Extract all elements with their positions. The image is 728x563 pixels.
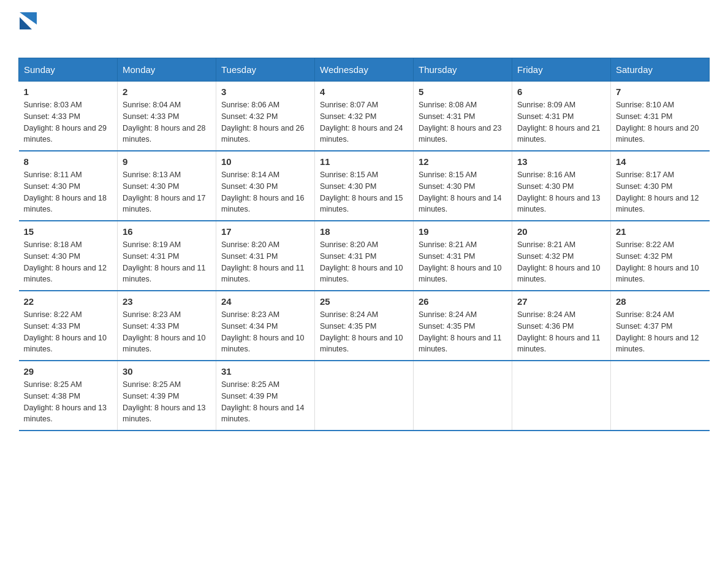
day-info: Sunrise: 8:22 AM Sunset: 4:32 PM Dayligh… [616, 239, 705, 285]
day-number: 16 [123, 226, 211, 237]
day-info: Sunrise: 8:23 AM Sunset: 4:33 PM Dayligh… [123, 309, 211, 355]
calendar-cell: 17 Sunrise: 8:20 AM Sunset: 4:31 PM Dayl… [216, 221, 315, 291]
sunset-label: Sunset: 4:30 PM [320, 182, 376, 191]
logo-triangle-icon [20, 12, 37, 29]
sunset-label: Sunset: 4:36 PM [517, 322, 574, 331]
calendar-cell: 3 Sunrise: 8:06 AM Sunset: 4:32 PM Dayli… [216, 82, 315, 151]
calendar-cell: 21 Sunrise: 8:22 AM Sunset: 4:32 PM Dayl… [611, 221, 710, 291]
calendar-cell: 14 Sunrise: 8:17 AM Sunset: 4:30 PM Dayl… [611, 151, 710, 221]
daylight-label: Daylight: 8 hours and 10 minutes. [123, 334, 206, 354]
daylight-label: Daylight: 8 hours and 10 minutes. [221, 334, 305, 354]
sunset-label: Sunset: 4:32 PM [320, 112, 376, 121]
day-info: Sunrise: 8:25 AM Sunset: 4:39 PM Dayligh… [221, 379, 309, 425]
daylight-label: Daylight: 8 hours and 12 minutes. [616, 194, 699, 214]
day-number: 23 [123, 296, 211, 307]
calendar-cell: 26 Sunrise: 8:24 AM Sunset: 4:35 PM Dayl… [414, 291, 512, 361]
calendar-cell: 27 Sunrise: 8:24 AM Sunset: 4:36 PM Dayl… [512, 291, 611, 361]
day-info: Sunrise: 8:08 AM Sunset: 4:31 PM Dayligh… [419, 99, 507, 145]
day-info: Sunrise: 8:09 AM Sunset: 4:31 PM Dayligh… [517, 99, 605, 145]
calendar-cell [414, 361, 512, 431]
daylight-label: Daylight: 8 hours and 20 minutes. [616, 124, 699, 144]
day-info: Sunrise: 8:21 AM Sunset: 4:32 PM Dayligh… [517, 239, 605, 285]
sunrise-label: Sunrise: 8:07 AM [320, 101, 378, 109]
sunrise-label: Sunrise: 8:23 AM [221, 310, 279, 319]
sunrise-label: Sunrise: 8:19 AM [123, 240, 181, 249]
day-number: 29 [24, 366, 113, 377]
sunrise-label: Sunrise: 8:09 AM [517, 101, 575, 109]
day-number: 26 [419, 296, 507, 307]
day-number: 5 [419, 86, 507, 97]
sunset-label: Sunset: 4:35 PM [419, 322, 475, 331]
sunrise-label: Sunrise: 8:17 AM [616, 170, 674, 179]
day-info: Sunrise: 8:07 AM Sunset: 4:32 PM Dayligh… [320, 99, 408, 145]
sunrise-label: Sunrise: 8:06 AM [221, 101, 279, 109]
sunrise-label: Sunrise: 8:24 AM [517, 310, 575, 319]
sunrise-label: Sunrise: 8:18 AM [24, 240, 82, 249]
calendar-cell [315, 361, 414, 431]
sunset-label: Sunset: 4:30 PM [419, 182, 475, 191]
day-number: 21 [616, 226, 705, 237]
sunset-label: Sunset: 4:32 PM [616, 252, 672, 261]
daylight-label: Daylight: 8 hours and 21 minutes. [517, 124, 601, 144]
sunrise-label: Sunrise: 8:24 AM [419, 310, 477, 319]
daylight-label: Daylight: 8 hours and 14 minutes. [221, 404, 305, 424]
day-number: 25 [320, 296, 408, 307]
day-info: Sunrise: 8:14 AM Sunset: 4:30 PM Dayligh… [221, 169, 309, 215]
sunset-label: Sunset: 4:30 PM [24, 252, 80, 261]
sunrise-label: Sunrise: 8:20 AM [320, 240, 378, 249]
header-day-thursday: Thursday [414, 58, 512, 82]
day-info: Sunrise: 8:24 AM Sunset: 4:35 PM Dayligh… [320, 309, 408, 355]
sunset-label: Sunset: 4:38 PM [24, 392, 80, 400]
day-info: Sunrise: 8:16 AM Sunset: 4:30 PM Dayligh… [517, 169, 605, 215]
day-number: 2 [123, 86, 211, 97]
day-number: 20 [517, 226, 605, 237]
daylight-label: Daylight: 8 hours and 12 minutes. [616, 334, 699, 354]
calendar-header-row: SundayMondayTuesdayWednesdayThursdayFrid… [19, 58, 710, 82]
day-number: 3 [221, 86, 309, 97]
sunset-label: Sunset: 4:32 PM [517, 252, 574, 261]
day-number: 1 [24, 86, 113, 97]
day-number: 7 [616, 86, 705, 97]
day-number: 9 [123, 156, 211, 167]
sunset-label: Sunset: 4:31 PM [517, 112, 574, 121]
daylight-label: Daylight: 8 hours and 14 minutes. [419, 194, 502, 214]
sunset-label: Sunset: 4:33 PM [123, 322, 179, 331]
calendar-cell: 19 Sunrise: 8:21 AM Sunset: 4:31 PM Dayl… [414, 221, 512, 291]
sunset-label: Sunset: 4:37 PM [616, 322, 672, 331]
daylight-label: Daylight: 8 hours and 15 minutes. [320, 194, 403, 214]
day-info: Sunrise: 8:21 AM Sunset: 4:31 PM Dayligh… [419, 239, 507, 285]
day-info: Sunrise: 8:19 AM Sunset: 4:31 PM Dayligh… [123, 239, 211, 285]
sunrise-label: Sunrise: 8:10 AM [616, 101, 674, 109]
calendar-cell: 15 Sunrise: 8:18 AM Sunset: 4:30 PM Dayl… [19, 221, 118, 291]
calendar-cell [512, 361, 611, 431]
sunset-label: Sunset: 4:33 PM [24, 112, 80, 121]
day-number: 6 [517, 86, 605, 97]
calendar-cell: 13 Sunrise: 8:16 AM Sunset: 4:30 PM Dayl… [512, 151, 611, 221]
daylight-label: Daylight: 8 hours and 11 minutes. [221, 264, 305, 284]
calendar-cell: 7 Sunrise: 8:10 AM Sunset: 4:31 PM Dayli… [611, 82, 710, 151]
calendar-cell: 18 Sunrise: 8:20 AM Sunset: 4:31 PM Dayl… [315, 221, 414, 291]
sunrise-label: Sunrise: 8:25 AM [221, 380, 279, 389]
calendar-cell: 11 Sunrise: 8:15 AM Sunset: 4:30 PM Dayl… [315, 151, 414, 221]
daylight-label: Daylight: 8 hours and 10 minutes. [517, 264, 601, 284]
sunrise-label: Sunrise: 8:13 AM [123, 170, 181, 179]
daylight-label: Daylight: 8 hours and 13 minutes. [123, 404, 206, 424]
day-number: 15 [24, 226, 113, 237]
calendar-cell: 12 Sunrise: 8:15 AM Sunset: 4:30 PM Dayl… [414, 151, 512, 221]
daylight-label: Daylight: 8 hours and 11 minutes. [517, 334, 601, 354]
daylight-label: Daylight: 8 hours and 10 minutes. [320, 264, 403, 284]
day-number: 14 [616, 156, 705, 167]
daylight-label: Daylight: 8 hours and 12 minutes. [24, 264, 107, 284]
sunrise-label: Sunrise: 8:21 AM [419, 240, 477, 249]
calendar-cell: 9 Sunrise: 8:13 AM Sunset: 4:30 PM Dayli… [118, 151, 216, 221]
sunset-label: Sunset: 4:31 PM [320, 252, 376, 261]
calendar-cell: 4 Sunrise: 8:07 AM Sunset: 4:32 PM Dayli… [315, 82, 414, 151]
sunset-label: Sunset: 4:30 PM [123, 182, 179, 191]
day-info: Sunrise: 8:15 AM Sunset: 4:30 PM Dayligh… [419, 169, 507, 215]
calendar-cell: 29 Sunrise: 8:25 AM Sunset: 4:38 PM Dayl… [19, 361, 118, 431]
day-info: Sunrise: 8:15 AM Sunset: 4:30 PM Dayligh… [320, 169, 408, 215]
sunrise-label: Sunrise: 8:14 AM [221, 170, 279, 179]
daylight-label: Daylight: 8 hours and 13 minutes. [24, 404, 107, 424]
sunrise-label: Sunrise: 8:22 AM [616, 240, 674, 249]
day-info: Sunrise: 8:23 AM Sunset: 4:34 PM Dayligh… [221, 309, 309, 355]
